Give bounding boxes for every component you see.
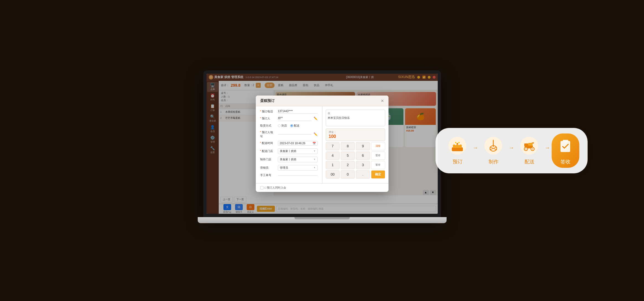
radio-delivery-label: 配送	[294, 124, 299, 128]
person-label: 预订人	[260, 117, 276, 120]
workflow-overlay: 预订 → 制作 →	[436, 128, 588, 173]
arrow-1: →	[473, 145, 478, 151]
svg-rect-25	[563, 140, 568, 142]
salesperson-select[interactable]: 管理员 ▼	[278, 165, 318, 171]
modal-numpad: 祝 米米宝贝生日快乐 押金： 100	[322, 106, 389, 183]
member-checkbox[interactable]: □ 预订人同时入会	[260, 186, 286, 190]
member-checkbox-label: □ 预订人同时入会	[265, 186, 286, 190]
svg-point-6	[458, 142, 460, 143]
make-store-value: 美食家丨烘焙	[280, 158, 296, 161]
amount-label: 押金：	[329, 130, 382, 134]
pickup-label: 取货方式	[260, 124, 276, 128]
datetime-label: 配送时间	[260, 141, 276, 145]
num-dot[interactable]: .	[356, 170, 370, 179]
salesperson-value: 管理员	[280, 166, 288, 170]
address-edit-icon[interactable]: ✏️	[314, 132, 318, 136]
confirm-btn[interactable]: 确定	[371, 170, 385, 179]
num-2[interactable]: 2	[341, 161, 355, 169]
hold-btn[interactable]: 暂存	[371, 151, 385, 160]
cake-order-modal: 蛋糕预订 ✕ 预订电话 1371443****	[256, 96, 389, 192]
num-6[interactable]: 6	[356, 151, 370, 160]
num-9[interactable]: 9	[356, 142, 370, 150]
svg-rect-24	[560, 141, 570, 152]
modal-body: 预订电话 1371443**** 预订人 郑** ✏️	[256, 106, 389, 183]
num-5[interactable]: 5	[341, 151, 355, 160]
address-row: 预订人地址 ✏️	[260, 130, 318, 138]
datetime-value: 2023-07-03 18:46:26	[280, 142, 306, 145]
step-delivery-label: 配送	[525, 158, 535, 165]
num-3[interactable]: 3	[356, 161, 370, 169]
cake-icon	[448, 136, 467, 156]
calendar-icon: 📅	[312, 142, 316, 145]
svg-point-5	[455, 142, 456, 143]
num-8[interactable]: 8	[341, 142, 355, 150]
delivery-store-label: 配送门店	[260, 149, 276, 153]
make-store-label: 制作门店	[260, 158, 276, 161]
salesperson-row: 营销员 管理员 ▼	[260, 165, 318, 171]
arrow-2: →	[509, 145, 514, 151]
laptop-base	[198, 217, 447, 223]
svg-rect-17	[524, 143, 528, 146]
modal-title: 蛋糕预订	[260, 98, 275, 103]
hold-btn-2[interactable]: 暂存	[371, 161, 385, 169]
phone-row: 预订电话 1371443****	[260, 110, 318, 114]
delivery-store-row: 配送门店 美食家丨烘焙 ▼	[260, 148, 318, 154]
whisk-icon	[484, 136, 503, 156]
make-store-arrow: ▼	[314, 158, 316, 161]
arrow-3: →	[545, 145, 550, 151]
modal-footer: □ 预订人同时入会	[256, 183, 389, 192]
delivery-store-value: 美食家丨烘焙	[280, 149, 296, 153]
modal-form: 预订电话 1371443**** 预订人 郑** ✏️	[256, 106, 322, 183]
make-store-select[interactable]: 美食家丨烘焙 ▼	[278, 157, 318, 162]
address-label: 预订人地址	[260, 130, 276, 138]
person-value: 郑**	[278, 116, 311, 121]
svg-rect-16	[528, 143, 533, 146]
blessing-text: 米米宝贝生日快乐	[328, 116, 383, 120]
scooter-icon	[520, 136, 539, 156]
blessing-area[interactable]: 祝 米米宝贝生日快乐	[326, 110, 385, 126]
phone-value: 1371443****	[278, 110, 318, 114]
step-make-label: 制作	[489, 158, 499, 165]
numpad-grid: 7 8 9 清除 4 5 6 暂存 1	[326, 142, 385, 179]
radio-store-label: 到店	[281, 124, 287, 128]
svg-point-21	[532, 148, 533, 150]
svg-point-20	[525, 148, 526, 150]
checkbox-box	[260, 186, 264, 189]
manual-order-row: 手工单号	[260, 173, 318, 177]
datetime-row: 配送时间 2023-07-03 18:46:26 📅	[260, 141, 318, 146]
phone-label: 预订电话	[260, 110, 276, 114]
delivery-store-arrow: ▼	[314, 150, 316, 152]
clear-btn[interactable]: 清除	[371, 142, 385, 150]
salesperson-arrow: ▼	[314, 166, 316, 169]
delivery-store-select[interactable]: 美食家丨烘焙 ▼	[278, 148, 318, 154]
pickup-row: 取货方式 到店 配送	[260, 124, 318, 128]
manual-order-label: 手工单号	[260, 173, 276, 177]
radio-store-circle	[278, 124, 281, 127]
modal-close-button[interactable]: ✕	[381, 99, 384, 103]
step-order-label: 预订	[453, 158, 463, 165]
num-0[interactable]: 0	[341, 170, 355, 179]
person-edit-icon[interactable]: ✏️	[314, 117, 318, 120]
radio-delivery[interactable]: 配送	[290, 124, 299, 128]
num-1[interactable]: 1	[326, 161, 340, 169]
radio-store[interactable]: 到店	[278, 124, 287, 128]
person-row: 预订人 郑** ✏️	[260, 116, 318, 121]
modal-header: 蛋糕预订 ✕	[256, 96, 389, 106]
workflow-step-order: 预订	[444, 136, 471, 165]
step-receive-label: 签收	[560, 158, 570, 165]
radio-delivery-circle	[290, 124, 293, 127]
datetime-field[interactable]: 2023-07-03 18:46:26 📅	[278, 141, 318, 146]
workflow-step-delivery: 配送	[516, 136, 543, 165]
radio-group: 到店 配送	[278, 124, 299, 128]
num-4[interactable]: 4	[326, 151, 340, 160]
svg-rect-2	[453, 145, 462, 148]
modal-overlay: 蛋糕预订 ✕ 预订电话 1371443****	[207, 74, 438, 214]
workflow-step-make: 制作	[480, 136, 507, 165]
amount-value: 100	[329, 134, 382, 139]
manual-order-value	[278, 175, 318, 176]
salesperson-label: 营销员	[260, 166, 276, 170]
address-value	[278, 134, 311, 135]
num-7[interactable]: 7	[326, 142, 340, 150]
amount-display: 押金： 100	[326, 128, 385, 141]
num-00[interactable]: 00	[326, 170, 340, 179]
